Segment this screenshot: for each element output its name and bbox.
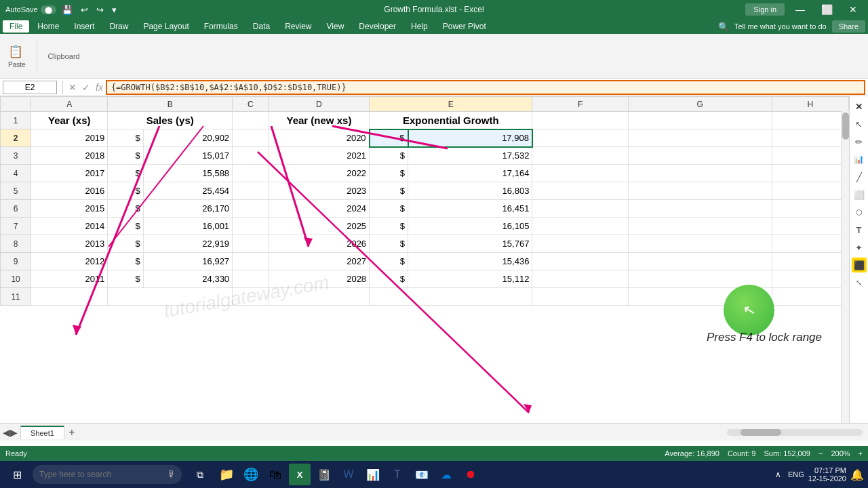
cell-b7-dollar[interactable]: $ <box>108 218 144 235</box>
cell-d7[interactable]: 2025 <box>269 218 369 235</box>
scroll-right-button[interactable]: ▶ <box>10 427 18 438</box>
sidebar-rectangle-tool[interactable]: ⬜ <box>852 187 867 202</box>
cell-e9-dollar[interactable]: $ <box>370 253 408 270</box>
outlook-icon[interactable]: 📧 <box>411 464 433 485</box>
cell-d4[interactable]: 2022 <box>269 165 369 182</box>
formula-input[interactable]: {=GROWTH($B$2:$B$10,$A$2:$A$10,$D$2:$D$1… <box>106 80 865 95</box>
cell-g9[interactable] <box>628 253 772 270</box>
cell-e5-dollar[interactable]: $ <box>370 182 408 200</box>
cell-e10-val[interactable]: 15,112 <box>408 270 532 288</box>
col-header-f[interactable]: F <box>532 97 628 112</box>
cell-f4[interactable] <box>532 165 628 182</box>
cell-g2[interactable] <box>628 129 772 147</box>
cell-g6[interactable] <box>628 200 772 218</box>
cell-f9[interactable] <box>532 253 628 270</box>
cell-a7[interactable]: 2014 <box>31 218 108 235</box>
tab-view[interactable]: View <box>320 20 351 33</box>
word-icon[interactable]: W <box>338 464 359 485</box>
cell-h2[interactable] <box>772 129 848 147</box>
cell-b5-dollar[interactable]: $ <box>108 182 144 200</box>
cell-b10-val[interactable]: 24,330 <box>143 270 232 288</box>
add-sheet-button[interactable]: + <box>64 425 79 440</box>
cell-f10[interactable] <box>532 270 628 288</box>
header-year-xs[interactable]: Year (xs) <box>31 112 108 129</box>
cell-b3-val[interactable]: 15,017 <box>143 147 232 165</box>
cell-c11[interactable] <box>233 288 269 306</box>
cell-f8[interactable] <box>532 235 628 253</box>
tab-formulas[interactable]: Formulas <box>197 20 245 33</box>
cell-b5-val[interactable]: 25,454 <box>143 182 232 200</box>
cell-e3-dollar[interactable]: $ <box>370 147 408 165</box>
sidebar-select-tool[interactable]: ↖ <box>852 117 867 131</box>
tab-page-layout[interactable]: Page Layout <box>136 20 195 33</box>
cell-d10[interactable]: 2028 <box>269 270 369 288</box>
header-h[interactable] <box>772 112 848 129</box>
cell-h11[interactable] <box>772 288 848 306</box>
recorder-icon[interactable]: ⏺ <box>460 464 481 485</box>
scroll-left-button[interactable]: ◀ <box>3 427 10 438</box>
sidebar-chart-tool[interactable]: 📊 <box>852 152 867 167</box>
cell-d8[interactable]: 2026 <box>269 235 369 253</box>
cell-e8-dollar[interactable]: $ <box>370 235 408 253</box>
sign-in-button[interactable]: Sign in <box>745 3 785 16</box>
explorer-icon[interactable]: 📁 <box>216 464 237 485</box>
cell-b8-dollar[interactable]: $ <box>108 235 144 253</box>
task-view-button[interactable]: ⧉ <box>187 462 213 487</box>
zoom-out-button[interactable]: − <box>818 449 823 458</box>
cell-a5[interactable]: 2016 <box>31 182 108 200</box>
col-header-g[interactable]: G <box>628 97 772 112</box>
zoom-in-button[interactable]: + <box>859 449 863 458</box>
sidebar-shape-tool[interactable]: ⬡ <box>852 205 867 220</box>
cell-f6[interactable] <box>532 200 628 218</box>
cell-c6[interactable] <box>233 200 269 218</box>
cell-d3[interactable]: 2021 <box>269 147 369 165</box>
cell-e7-dollar[interactable]: $ <box>370 218 408 235</box>
cell-e4-dollar[interactable]: $ <box>370 165 408 182</box>
cell-a2[interactable]: 2019 <box>31 129 108 147</box>
tab-draw[interactable]: Draw <box>102 20 135 33</box>
cell-h10[interactable] <box>772 270 848 288</box>
cell-f2[interactable] <box>532 129 628 147</box>
cell-a4[interactable]: 2017 <box>31 165 108 182</box>
cell-b4-dollar[interactable]: $ <box>108 165 144 182</box>
cell-b8-val[interactable]: 22,919 <box>143 235 232 253</box>
cell-b6-dollar[interactable]: $ <box>108 200 144 218</box>
cell-g4[interactable] <box>628 165 772 182</box>
notification-icon[interactable]: 🔔 <box>850 468 864 481</box>
minimize-button[interactable]: — <box>790 3 810 16</box>
redo-button[interactable]: ↪ <box>94 3 106 16</box>
cell-d2[interactable]: 2020 <box>269 129 369 147</box>
cell-e3-val[interactable]: 17,532 <box>408 147 532 165</box>
cell-h3[interactable] <box>772 147 848 165</box>
sidebar-close-button[interactable]: ✕ <box>852 99 867 114</box>
col-header-a[interactable]: A <box>31 97 108 112</box>
col-header-b[interactable]: B <box>108 97 233 112</box>
col-header-e[interactable]: E <box>370 97 532 112</box>
cell-e2-val[interactable]: 17,908 <box>408 129 532 147</box>
cell-c10[interactable] <box>233 270 269 288</box>
cell-a6[interactable]: 2015 <box>31 200 108 218</box>
cell-c8[interactable] <box>233 235 269 253</box>
cell-e6-val[interactable]: 16,451 <box>408 200 532 218</box>
col-header-d[interactable]: D <box>269 97 369 112</box>
cell-b9-val[interactable]: 16,927 <box>143 253 232 270</box>
cell-b9-dollar[interactable]: $ <box>108 253 144 270</box>
sidebar-effects-tool[interactable]: ✦ <box>852 240 867 255</box>
cell-a3[interactable]: 2018 <box>31 147 108 165</box>
hscroll-thumb[interactable] <box>741 429 781 436</box>
cell-f3[interactable] <box>532 147 628 165</box>
cell-b11[interactable] <box>108 288 233 306</box>
cell-b2-dollar[interactable]: $ <box>108 129 144 147</box>
sidebar-pen-tool[interactable]: ✏ <box>852 134 867 149</box>
cell-e4-val[interactable]: 17,164 <box>408 165 532 182</box>
teams-icon[interactable]: T <box>387 464 408 485</box>
undo-button[interactable]: ↩ <box>78 3 91 16</box>
edge-icon[interactable]: 🌐 <box>240 464 262 485</box>
paste-button[interactable]: 📋 <box>8 44 26 59</box>
cell-c3[interactable] <box>233 147 269 165</box>
tab-review[interactable]: Review <box>278 20 318 33</box>
cell-b6-val[interactable]: 26,170 <box>143 200 232 218</box>
cell-f7[interactable] <box>532 218 628 235</box>
store-icon[interactable]: 🛍 <box>264 464 286 485</box>
vscroll-thumb[interactable] <box>842 113 849 140</box>
